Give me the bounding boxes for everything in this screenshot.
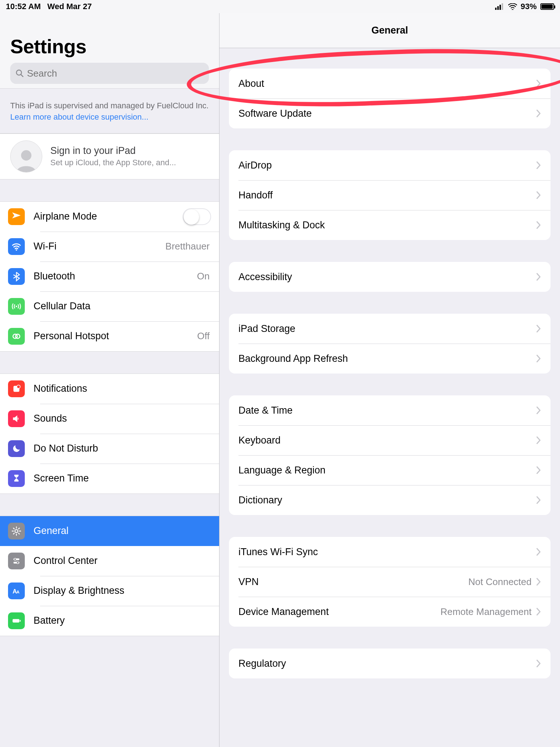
moon-icon <box>8 440 25 457</box>
hotspot-icon <box>8 328 25 345</box>
detail-row-multitasking-dock[interactable]: Multitasking & Dock <box>229 210 551 240</box>
sidebar-item-control-center[interactable]: Control Center <box>0 546 219 576</box>
gear-icon <box>8 523 25 539</box>
chevron-right-icon <box>536 191 541 199</box>
wifi-icon <box>508 3 517 10</box>
detail-row-dictionary[interactable]: Dictionary <box>229 485 551 515</box>
account-title: Sign in to your iPad <box>50 145 176 156</box>
detail-group: AirDropHandoffMultitasking & Dock <box>229 150 551 240</box>
chevron-right-icon <box>536 273 541 281</box>
sidebar-item-cellular[interactable]: Cellular Data <box>0 291 219 321</box>
detail-label: Keyboard <box>238 435 536 446</box>
battery-percent: 93% <box>521 2 537 11</box>
text-size-icon: AA <box>8 582 25 599</box>
detail-group: Accessibility <box>229 262 551 292</box>
sounds-icon <box>8 410 25 427</box>
detail-row-airdrop[interactable]: AirDrop <box>229 150 551 180</box>
detail-row-accessibility[interactable]: Accessibility <box>229 262 551 292</box>
battery-icon <box>540 3 554 10</box>
search-icon <box>15 69 24 78</box>
status-date: Wed Mar 27 <box>47 2 92 11</box>
alerts-group: Notifications Sounds Do Not Disturb Scre… <box>0 374 219 494</box>
chevron-right-icon <box>536 466 541 474</box>
sidebar-item-wifi[interactable]: Wi-Fi Bretthauer <box>0 232 219 262</box>
sidebar-item-hotspot[interactable]: Personal Hotspot Off <box>0 321 219 351</box>
chevron-right-icon <box>536 436 541 444</box>
detail-row-handoff[interactable]: Handoff <box>229 180 551 210</box>
svg-line-5 <box>21 74 23 77</box>
detail-title: General <box>219 13 560 48</box>
detail-label: Background App Refresh <box>238 353 536 364</box>
detail-row-background-app-refresh[interactable]: Background App Refresh <box>229 344 551 374</box>
detail-value: Not Connected <box>468 576 532 588</box>
sidebar-item-display[interactable]: AA Display & Brightness <box>0 576 219 606</box>
detail-row-regulatory[interactable]: Regulatory <box>229 649 551 678</box>
svg-point-12 <box>17 385 20 388</box>
svg-point-17 <box>17 561 19 564</box>
sidebar-item-bluetooth[interactable]: Bluetooth On <box>0 262 219 291</box>
sidebar-item-notifications[interactable]: Notifications <box>0 374 219 404</box>
search-field[interactable] <box>10 63 209 84</box>
sidebar-item-dnd[interactable]: Do Not Disturb <box>0 434 219 464</box>
detail-row-date-time[interactable]: Date & Time <box>229 395 551 425</box>
airplane-toggle[interactable] <box>183 208 211 225</box>
detail-row-vpn[interactable]: VPNNot Connected <box>229 567 551 597</box>
detail-label: iTunes Wi-Fi Sync <box>238 546 536 558</box>
chevron-right-icon <box>536 221 541 229</box>
sliders-icon <box>8 553 25 569</box>
learn-more-link[interactable]: Learn more about device supervision... <box>10 112 148 121</box>
chevron-right-icon <box>536 406 541 414</box>
svg-point-8 <box>16 305 17 307</box>
detail-label: AirDrop <box>238 160 536 171</box>
search-input[interactable] <box>27 68 204 79</box>
wifi-value: Bretthauer <box>166 241 211 252</box>
detail-row-keyboard[interactable]: Keyboard <box>229 425 551 455</box>
battery-badge-icon <box>8 612 25 629</box>
svg-rect-2 <box>499 5 501 10</box>
detail-row-language-region[interactable]: Language & Region <box>229 455 551 485</box>
detail-row-device-management[interactable]: Device ManagementRemote Management <box>229 597 551 627</box>
detail-label: Language & Region <box>238 465 536 476</box>
detail-row-software-update[interactable]: Software Update <box>229 98 551 128</box>
account-subtitle: Set up iCloud, the App Store, and... <box>50 158 176 167</box>
detail-pane: General AboutSoftware UpdateAirDropHando… <box>219 13 560 747</box>
notifications-icon <box>8 380 25 397</box>
cellular-icon <box>8 298 25 315</box>
detail-label: Multitasking & Dock <box>238 220 536 231</box>
detail-label: iPad Storage <box>238 323 536 334</box>
page-title: Settings <box>10 35 209 58</box>
svg-rect-0 <box>495 8 497 10</box>
detail-label: Regulatory <box>238 658 536 669</box>
svg-rect-1 <box>497 6 499 10</box>
chevron-right-icon <box>536 161 541 169</box>
detail-row-about[interactable]: About <box>229 69 551 98</box>
hourglass-icon <box>8 470 25 487</box>
sidebar-item-screentime[interactable]: Screen Time <box>0 464 219 494</box>
chevron-right-icon <box>536 80 541 88</box>
avatar-icon <box>10 140 42 173</box>
bluetooth-icon <box>8 268 25 285</box>
sidebar-item-sounds[interactable]: Sounds <box>0 404 219 434</box>
detail-row-ipad-storage[interactable]: iPad Storage <box>229 314 551 344</box>
sidebar-item-battery[interactable]: Battery <box>0 606 219 636</box>
svg-point-13 <box>15 530 18 533</box>
sidebar-item-airplane[interactable]: Airplane Mode <box>0 202 219 232</box>
svg-point-16 <box>14 558 16 560</box>
sign-in-row[interactable]: Sign in to your iPad Set up iCloud, the … <box>0 133 219 179</box>
svg-point-6 <box>21 150 31 160</box>
detail-row-itunes-wi-fi-sync[interactable]: iTunes Wi-Fi Sync <box>229 537 551 567</box>
detail-group: iPad StorageBackground App Refresh <box>229 314 551 374</box>
hotspot-value: Off <box>197 330 211 342</box>
svg-rect-20 <box>13 619 20 622</box>
chevron-right-icon <box>536 608 541 616</box>
sidebar-item-general[interactable]: General <box>0 516 219 546</box>
wifi-icon <box>8 238 25 255</box>
chevron-right-icon <box>536 325 541 333</box>
bluetooth-value: On <box>197 271 211 282</box>
system-group: General Control Center AA Display & Brig… <box>0 516 219 636</box>
svg-point-7 <box>16 249 17 251</box>
svg-rect-21 <box>20 620 20 622</box>
detail-value: Remote Management <box>440 606 532 618</box>
detail-label: Accessibility <box>238 271 536 283</box>
chevron-right-icon <box>536 109 541 117</box>
